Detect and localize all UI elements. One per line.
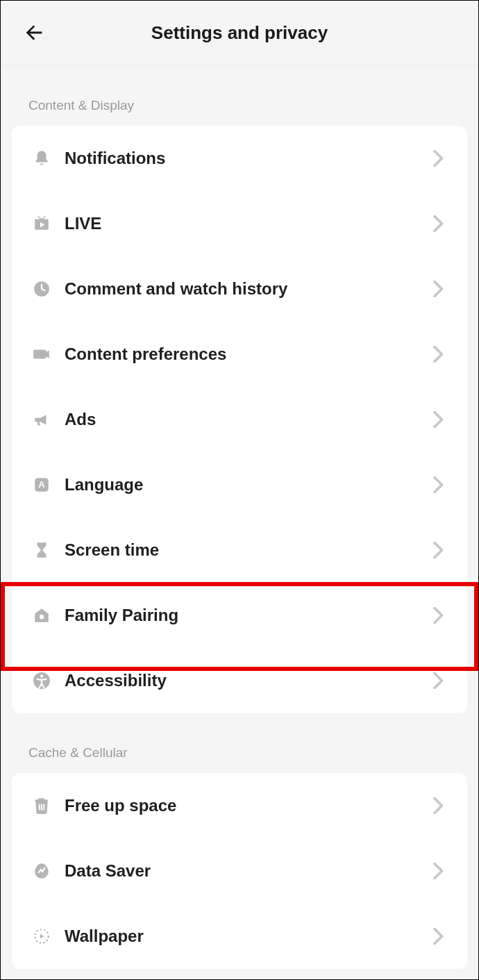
section-header-cache-cellular: Cache & Cellular [12, 713, 467, 773]
video-icon [33, 345, 62, 363]
row-ads[interactable]: Ads [12, 387, 467, 452]
row-data-saver[interactable]: Data Saver [12, 838, 467, 904]
house-icon [33, 606, 62, 624]
megaphone-icon [33, 410, 62, 429]
row-label: Language [62, 475, 431, 495]
svg-point-3 [40, 615, 44, 620]
row-label: Ads [62, 410, 431, 429]
accessibility-icon [33, 672, 62, 690]
row-comment-watch-history[interactable]: Comment and watch history [12, 256, 467, 322]
bell-icon [33, 149, 62, 167]
back-button[interactable] [22, 20, 47, 45]
chevron-right-icon [431, 411, 446, 428]
trash-icon [33, 797, 62, 815]
row-wallpaper[interactable]: Wallpaper [12, 904, 467, 969]
row-label: Content preferences [62, 344, 431, 364]
row-notifications[interactable]: Notifications [12, 126, 467, 191]
chevron-right-icon [431, 863, 446, 879]
chevron-right-icon [431, 281, 446, 297]
live-icon [33, 215, 62, 233]
row-accessibility[interactable]: Accessibility [12, 648, 467, 713]
row-screen-time[interactable]: Screen time [12, 517, 467, 583]
chevron-right-icon [431, 928, 446, 945]
page-title: Settings and privacy [17, 22, 462, 44]
row-label: Screen time [62, 540, 431, 560]
row-content-preferences[interactable]: Content preferences [12, 322, 467, 387]
chevron-right-icon [431, 672, 446, 689]
chevron-right-icon [431, 150, 446, 167]
wallpaper-icon [33, 927, 62, 945]
svg-text:A: A [38, 479, 45, 490]
row-family-pairing[interactable]: Family Pairing [12, 583, 467, 648]
svg-point-5 [40, 674, 43, 677]
cache-cellular-card: Free up space Data Saver Wallpaper [12, 773, 467, 969]
row-label: Accessibility [62, 671, 431, 690]
row-label: Comment and watch history [62, 279, 431, 299]
language-icon: A [33, 476, 62, 494]
data-saver-icon [33, 862, 62, 880]
row-label: Family Pairing [62, 606, 431, 625]
row-label: Notifications [62, 149, 431, 168]
row-label: Free up space [62, 796, 431, 815]
section-header-content-display: Content & Display [12, 66, 467, 126]
row-label: Wallpaper [62, 927, 431, 946]
row-language[interactable]: A Language [12, 452, 467, 517]
clock-icon [33, 280, 62, 298]
row-free-up-space[interactable]: Free up space [12, 773, 467, 838]
chevron-right-icon [431, 215, 446, 232]
arrow-left-icon [22, 21, 46, 44]
chevron-right-icon [431, 346, 446, 363]
content-scroll[interactable]: Content & Display Notifications LIVE [1, 66, 478, 979]
chevron-right-icon [431, 797, 446, 814]
row-label: LIVE [62, 214, 431, 233]
chevron-right-icon [431, 542, 446, 558]
row-live[interactable]: LIVE [12, 191, 467, 256]
row-label: Data Saver [62, 861, 431, 881]
chevron-right-icon [431, 607, 446, 624]
hourglass-icon [33, 541, 62, 559]
content-display-card: Notifications LIVE Comment and watch h [12, 126, 467, 713]
chevron-right-icon [431, 476, 446, 493]
header: Settings and privacy [1, 1, 478, 66]
